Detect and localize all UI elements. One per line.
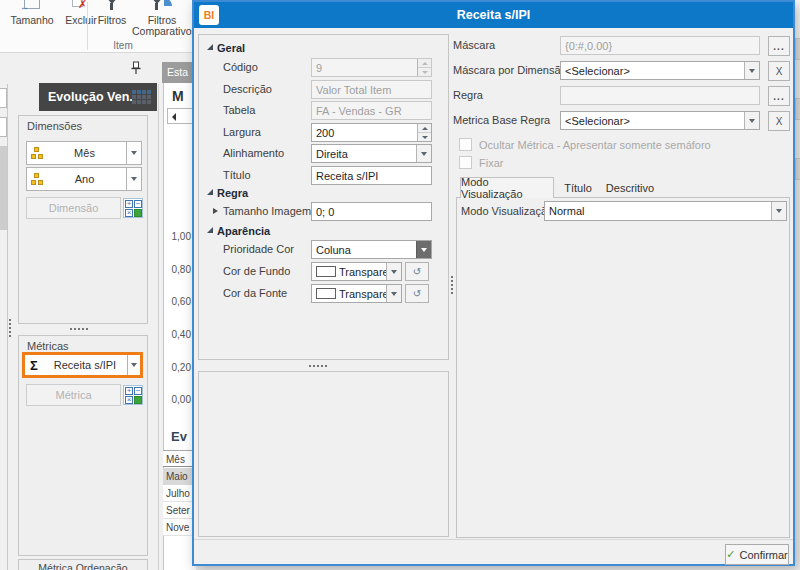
- category-expander-icon[interactable]: [207, 44, 213, 50]
- spinner-buttons: [417, 59, 431, 76]
- sidebar-right-border: [158, 84, 159, 570]
- spinner-buttons[interactable]: [417, 124, 431, 141]
- splitter-handle[interactable]: [70, 328, 88, 330]
- scroll-left-button[interactable]: [167, 108, 193, 124]
- chevron-down-icon[interactable]: [126, 142, 141, 164]
- chevron-down-icon[interactable]: [386, 263, 401, 280]
- mascara-dim-clear-button[interactable]: X: [768, 61, 790, 81]
- chevron-down-icon[interactable]: [771, 202, 786, 220]
- confirmar-button[interactable]: ✓ Confirmar: [725, 544, 789, 565]
- axis-tick: 0,40: [158, 329, 191, 340]
- metric-placeholder[interactable]: Métrica: [26, 384, 121, 406]
- background-fragment: [795, 158, 800, 180]
- modo-visualizacao-label: Modo Visualização: [461, 205, 553, 217]
- titulo-field[interactable]: Receita s/IPI: [311, 166, 432, 185]
- ellipsis-icon: ...: [773, 91, 784, 102]
- dimension-placeholder-label: Dimensão: [27, 202, 120, 214]
- codigo-field: 9: [311, 58, 432, 77]
- filtros-label: Filtros: [92, 15, 132, 26]
- mascara-ellipsis-button[interactable]: ...: [768, 36, 790, 56]
- metrica-base-label: Metrica Base Regra: [453, 114, 550, 126]
- cor-fonte-dropdown[interactable]: Transparent: [311, 284, 402, 303]
- prioridade-cor-label: Prioridade Cor: [223, 243, 294, 255]
- footer-divider: [194, 539, 793, 540]
- splitter-handle[interactable]: [309, 365, 327, 367]
- color-swatch: [316, 266, 336, 277]
- category-expander-icon[interactable]: [207, 189, 213, 195]
- add-metric-grid-icon[interactable]: +−×: [123, 385, 143, 405]
- tab-modo-visualizacao[interactable]: Modo Visualização: [460, 177, 554, 198]
- dimension-icon: [31, 173, 43, 185]
- axis-tick: 0,60: [158, 296, 191, 307]
- collapsed-control-fragment: [0, 88, 7, 108]
- metrica-base-clear-button[interactable]: X: [768, 111, 790, 131]
- tab-descritivo[interactable]: Descritivo: [602, 177, 658, 198]
- axis-tick: 1,00: [158, 231, 191, 242]
- add-dimension-grid-icon[interactable]: +−×: [123, 198, 143, 218]
- mascara-dim-label: Máscara por Dimensão: [453, 64, 567, 76]
- chevron-down-icon[interactable]: [127, 355, 140, 375]
- ordenacao-groupbox: Métrica Ordenação: [18, 559, 148, 570]
- dimension-placeholder[interactable]: Dimensão: [26, 197, 121, 219]
- dimension-ano[interactable]: Ano: [26, 167, 142, 191]
- left-arrow-icon: [172, 113, 176, 121]
- metrica-base-dropdown[interactable]: <Selecionar>: [560, 111, 760, 130]
- chevron-down-icon[interactable]: [744, 112, 759, 129]
- modo-visualizacao-dropdown[interactable]: Normal: [544, 201, 787, 221]
- chevron-down-icon[interactable]: [126, 168, 141, 190]
- grid-layout-icon: [132, 90, 151, 104]
- chevron-down-icon[interactable]: [416, 241, 431, 258]
- tabela-field: FA - Vendas - GR: [311, 101, 432, 120]
- splitter-handle[interactable]: [9, 319, 11, 337]
- app-window: ↔ Tamanho ✗ Excluir Filtros Filtros Comp…: [0, 0, 800, 570]
- delete-x-icon: ✗: [78, 0, 87, 11]
- dimension-mes-label: Mês: [43, 147, 126, 159]
- tamanho-imagem-label: Tamanho Imagem: [223, 205, 311, 217]
- filtros-comp-label-2: Comparativos: [132, 25, 197, 37]
- color-swatch: [316, 288, 336, 299]
- category-aparencia: Aparência: [217, 225, 270, 237]
- axis-tick: 0,80: [158, 264, 191, 275]
- regra-label: Regra: [453, 89, 483, 101]
- tamanho-button[interactable]: ↔ Tamanho: [6, 0, 58, 52]
- row-expander-icon[interactable]: [213, 208, 218, 214]
- largura-field[interactable]: 200: [311, 123, 432, 142]
- prioridade-cor-dropdown[interactable]: Coluna: [311, 240, 432, 259]
- titulo-label: Título: [223, 169, 251, 181]
- alinhamento-dropdown[interactable]: Direita: [311, 144, 432, 163]
- mascara-field: {0:#,0.00}: [560, 36, 760, 55]
- dimension-mes[interactable]: Mês: [26, 141, 142, 165]
- cor-fundo-reset-button[interactable]: ↺: [405, 262, 429, 281]
- descricao-field: Valor Total Item: [311, 80, 432, 99]
- panel-splitter-handle[interactable]: [451, 276, 453, 294]
- pin-icon[interactable]: [130, 61, 144, 76]
- ordenacao-title: Métrica Ordenação: [19, 562, 147, 570]
- panel-header-evolucao[interactable]: Evolução Ven...: [39, 83, 157, 111]
- ocultar-metrica-checkbox[interactable]: [459, 138, 472, 151]
- resize-arrow-icon: ↔: [20, 2, 29, 12]
- chevron-down-icon[interactable]: [744, 62, 759, 79]
- chevron-down-icon[interactable]: [416, 145, 431, 162]
- category-expander-icon[interactable]: [207, 227, 213, 233]
- metric-receita-sipi-selected[interactable]: Σ Receita s/IPI: [22, 352, 143, 378]
- reset-icon: ↺: [413, 266, 421, 277]
- regra-ellipsis-button[interactable]: ...: [768, 86, 790, 106]
- cor-fundo-dropdown[interactable]: Transparent: [311, 262, 402, 281]
- filter-stem-icon: [110, 3, 113, 10]
- property-grid: Geral Código 9 Descrição Valor Total Ite…: [198, 34, 449, 360]
- mascara-dim-dropdown[interactable]: <Selecionar>: [560, 61, 760, 80]
- cor-fonte-reset-button[interactable]: ↺: [405, 284, 429, 303]
- clear-x-icon: X: [776, 116, 783, 127]
- chevron-down-icon[interactable]: [386, 285, 401, 302]
- tabela-label: Tabela: [223, 104, 255, 116]
- alinhamento-label: Alinhamento: [223, 147, 284, 159]
- tab-estatisticas[interactable]: Esta: [162, 62, 196, 83]
- filter-compare-stem-icon: [155, 3, 158, 10]
- fixar-checkbox[interactable]: [459, 156, 472, 169]
- collapsed-scrollbar-fragment: [0, 146, 7, 230]
- clear-x-icon: X: [776, 66, 783, 77]
- dialog-titlebar[interactable]: BI Receita s/IPI: [194, 2, 793, 28]
- category-geral: Geral: [217, 42, 245, 54]
- tab-titulo[interactable]: Título: [558, 177, 598, 198]
- tamanho-imagem-field[interactable]: 0; 0: [311, 202, 432, 221]
